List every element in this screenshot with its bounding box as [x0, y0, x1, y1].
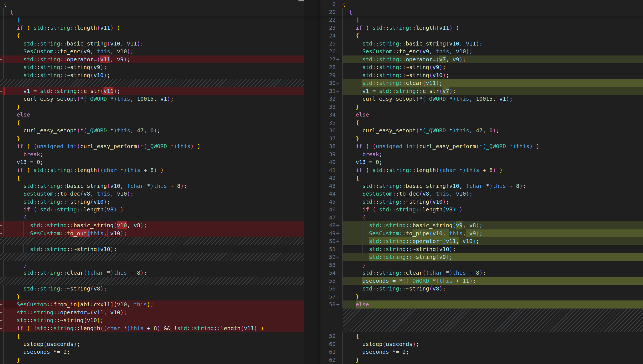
code-line[interactable]: {	[0, 119, 304, 127]
inserted-code-line[interactable]: 48+ std::string::basic_string(v9, v8);	[318, 221, 643, 229]
code-line[interactable]: {	[0, 16, 304, 24]
code-line[interactable]: }	[0, 103, 304, 111]
code-line[interactable]: 38 if ( (unsigned int)curl_easy_perform(…	[318, 142, 643, 150]
removed-line-indicator	[0, 59, 2, 60]
code-line[interactable]: std::string::~string(v8);	[0, 285, 304, 293]
deleted-code-line[interactable]: SesCustom::to_out(this, v10);	[0, 229, 304, 237]
deleted-code-line[interactable]: std::string::basic_string(v10, v8);	[0, 221, 304, 229]
code-line[interactable]: 36 curl_easy_setopt(*(_QWORD *)this, 47,…	[318, 127, 643, 135]
code-line[interactable]: 33 }	[318, 103, 643, 111]
code-line[interactable]: break;	[0, 150, 304, 158]
deleted-code-line[interactable]: std::string::operator=(v11, v10);	[0, 309, 304, 317]
code-line[interactable]: 51 std::string::~string(v10);	[318, 245, 643, 253]
code-line[interactable]: else	[0, 111, 304, 119]
deleted-code-line[interactable]: std::string::operator=(v11, v9);	[0, 55, 304, 64]
code-line[interactable]: 34 else	[318, 111, 643, 119]
code-line[interactable]: if ( std::string::length(v8) )	[0, 206, 304, 214]
code-line[interactable]: 26 SesCustom::to_enc(v9, this, v10);	[318, 47, 643, 55]
code-text: std::string::~string(v8);	[342, 285, 446, 293]
code-line[interactable]: {	[0, 214, 304, 222]
code-line[interactable]: 37 }	[318, 135, 643, 143]
code-line[interactable]: std::string::basic_string(v10, (char *)t…	[0, 182, 304, 190]
code-line[interactable]: 40 v13 = 0;	[318, 158, 643, 166]
code-line[interactable]: 61 useconds *= 2;	[318, 348, 643, 356]
code-line[interactable]: {	[0, 332, 304, 340]
code-text: curl_easy_setopt(*(_QWORD *)this, 47, 0)…	[342, 127, 499, 135]
code-line[interactable]: std::string::~string(v10);	[0, 71, 304, 79]
code-line[interactable]: if ( std::string::length((char *)this + …	[0, 166, 304, 174]
code-line[interactable]: 25 std::string::basic_string(v10, v11);	[318, 40, 643, 48]
code-line[interactable]: 56 std::string::~string(v8);	[318, 285, 643, 293]
deleted-code-line[interactable]: if ( !std::string::length((char *)this +…	[0, 324, 304, 332]
diff-gap-filler	[0, 253, 304, 261]
code-line[interactable]: 44 SesCustom::to_dec(v8, this, v10);	[318, 190, 643, 198]
code-line[interactable]: 43 std::string::basic_string(v10, (char …	[318, 182, 643, 190]
code-line[interactable]: }	[0, 261, 304, 269]
code-line[interactable]: curl_easy_setopt(*(_QWORD *)this, 10015,…	[0, 95, 304, 103]
original-editor-pane[interactable]: { if ( std::string::length(v11) ) { std:…	[0, 0, 304, 364]
code-line[interactable]: 24 {	[318, 32, 643, 40]
inserted-code-line[interactable]: 30+ std::string::clear(v11);	[318, 79, 643, 87]
code-line[interactable]: {	[0, 32, 304, 40]
code-line[interactable]: std::string::clear((char *)this + 8);	[0, 269, 304, 277]
sticky-scroll-line[interactable]: {	[0, 0, 304, 8]
removed-line-indicator	[0, 233, 2, 234]
inserted-code-line[interactable]: 31+ v1 = std::string::c_str(v7);	[318, 87, 643, 95]
code-text: std::string::~string(v10);	[3, 198, 110, 206]
code-line[interactable]: 23 if ( std::string::length(v11) )	[318, 24, 643, 32]
code-text: std::string::clear((char *)this + 8);	[342, 269, 486, 277]
code-line[interactable]: {	[0, 174, 304, 182]
scrollbar-thumb[interactable]	[298, 0, 304, 1]
inserted-code-line[interactable]: 49+ SesCustom::to_pipe(v10, this, v9);	[318, 229, 643, 237]
code-line[interactable]: 28 std::string::~string(v9);	[318, 63, 643, 71]
editor-sash[interactable]	[304, 0, 318, 364]
code-line[interactable]: 47 {	[318, 214, 643, 222]
code-line[interactable]: }	[0, 356, 304, 364]
code-line[interactable]: }	[0, 293, 304, 301]
code-line[interactable]: if ( (unsigned int)curl_easy_perform(*(_…	[0, 142, 304, 150]
code-line[interactable]: std::string::~string(v10);	[0, 198, 304, 206]
code-line[interactable]: 60 usleep(useconds);	[318, 340, 643, 348]
diff-editor: { if ( std::string::length(v11) ) { std:…	[0, 0, 643, 364]
code-line[interactable]: 53 }	[318, 261, 643, 269]
code-line[interactable]: 57 }	[318, 293, 643, 301]
code-line[interactable]: 41 if ( std::string::length((char *)this…	[318, 166, 643, 174]
code-line[interactable]: 32 curl_easy_setopt(*(_QWORD *)this, 100…	[318, 95, 643, 103]
inserted-code-line[interactable]: 50+ std::string::operator=(v11, v10);	[318, 237, 643, 245]
code-line[interactable]: 45 std::string::~string(v10);	[318, 198, 643, 206]
code-line[interactable]: usleep(useconds);	[0, 340, 304, 348]
code-line[interactable]: 42 {	[318, 174, 643, 182]
code-line[interactable]: if ( std::string::length(v11) )	[0, 24, 304, 32]
modified-editor-pane[interactable]: 22 {23 if ( std::string::length(v11) )24…	[318, 0, 643, 364]
inserted-code-line[interactable]: 58+ else	[318, 300, 643, 309]
code-line[interactable]: 59 {	[318, 332, 643, 340]
code-line[interactable]: }	[0, 135, 304, 143]
added-line-indicator: +	[336, 87, 342, 95]
code-line[interactable]: SesCustom::to_enc(v9, this, v10);	[0, 47, 304, 55]
code-line[interactable]: 39 break;	[318, 150, 643, 158]
inserted-code-line[interactable]: 27+ std::string::operator=(v7, v9);	[318, 55, 643, 64]
code-line[interactable]: 29 std::string::~string(v10);	[318, 71, 643, 79]
code-line[interactable]: 22 {	[318, 16, 643, 24]
code-line[interactable]: std::string::~string(v9);	[0, 63, 304, 71]
code-line[interactable]: 35 {	[318, 119, 643, 127]
inserted-code-line[interactable]: 52+ std::string::~string(v9);	[318, 253, 643, 261]
code-line[interactable]: 54 std::string::clear((char *)this + 8);	[318, 269, 643, 277]
diff-filler-hatch	[343, 309, 643, 332]
code-line[interactable]: std::string::~string(v10);	[0, 245, 304, 253]
code-line[interactable]: v13 = 0;	[0, 158, 304, 166]
sticky-scroll-line[interactable]: 20 {	[318, 8, 643, 16]
deleted-code-line[interactable]: std::string::~string(v10);	[0, 316, 304, 324]
added-line-indicator: +	[336, 79, 342, 87]
code-line[interactable]: std::string::basic_string(v10, v11);	[0, 40, 304, 48]
code-line[interactable]: 46 if ( std::string::length(v8) )	[318, 206, 643, 214]
code-line[interactable]: curl_easy_setopt(*(_QWORD *)this, 47, 0)…	[0, 127, 304, 135]
code-line[interactable]: useconds *= 2;	[0, 348, 304, 356]
deleted-code-line[interactable]: v1 = std::string::c_str(v11);	[0, 87, 304, 95]
inserted-code-line[interactable]: 55+ useconds = *((_DWORD *)this + 11);	[318, 277, 643, 285]
sticky-scroll-line[interactable]: 2{	[318, 0, 643, 8]
code-line[interactable]: 62 }	[318, 356, 643, 364]
sticky-scroll-line[interactable]: {	[0, 8, 304, 16]
code-line[interactable]: SesCustom::to_dec(v8, this, v10);	[0, 190, 304, 198]
deleted-code-line[interactable]: SesCustom::from_in[abi:cxx11](v10, this)…	[0, 300, 304, 309]
